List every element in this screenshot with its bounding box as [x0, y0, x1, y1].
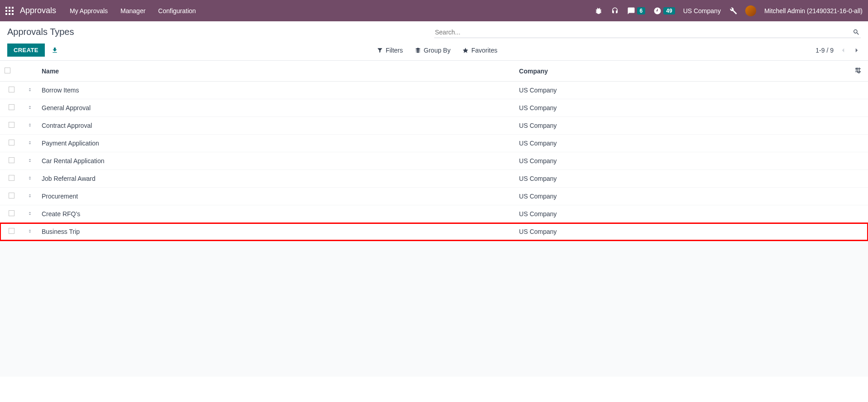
select-all-checkbox[interactable] — [5, 68, 10, 73]
column-name[interactable]: Name — [37, 61, 514, 82]
messages-button[interactable]: 6 — [627, 7, 646, 15]
support-icon[interactable] — [611, 7, 619, 15]
control-panel: Approvals Types CREATE Filters Group By … — [0, 21, 868, 60]
cell-company: US Company — [514, 152, 850, 170]
approvals-table: Name Company Borrow ItemsUS CompanyGener… — [0, 60, 868, 241]
next-icon[interactable] — [853, 46, 861, 54]
layers-icon — [415, 47, 421, 53]
tools-icon[interactable] — [729, 7, 737, 15]
apps-icon[interactable] — [5, 7, 14, 15]
bug-icon[interactable] — [595, 7, 603, 15]
nav-left: Approvals My Approvals Manager Configura… — [5, 6, 196, 15]
row-checkbox[interactable] — [9, 157, 14, 163]
table-row[interactable]: ProcurementUS Company — [0, 188, 868, 205]
pager-text[interactable]: 1-9 / 9 — [815, 47, 834, 54]
row-checkbox[interactable] — [9, 228, 14, 234]
avatar[interactable] — [745, 5, 756, 16]
row-checkbox[interactable] — [9, 104, 14, 110]
table-row[interactable]: General ApprovalUS Company — [0, 99, 868, 117]
cell-name: Contract Approval — [37, 117, 514, 135]
search-input[interactable] — [435, 29, 849, 36]
app-title[interactable]: Approvals — [20, 6, 56, 15]
nav-item-my-approvals[interactable]: My Approvals — [70, 7, 108, 15]
cell-name: General Approval — [37, 99, 514, 117]
pager-group: 1-9 / 9 — [815, 46, 861, 54]
download-icon[interactable] — [51, 47, 58, 54]
search-icon[interactable] — [853, 29, 860, 36]
table-row[interactable]: Payment ApplicationUS Company — [0, 135, 868, 152]
cell-name: Borrow Items — [37, 82, 514, 99]
favorites-button[interactable]: Favorites — [462, 47, 498, 54]
table-row[interactable]: Business TripUS Company — [0, 223, 868, 241]
cell-company: US Company — [514, 205, 850, 223]
cell-name: Procurement — [37, 188, 514, 205]
cell-name: Job Referral Award — [37, 170, 514, 188]
table-row[interactable]: Contract ApprovalUS Company — [0, 117, 868, 135]
cell-company: US Company — [514, 170, 850, 188]
cell-name: Business Trip — [37, 223, 514, 241]
drag-handle-icon[interactable] — [27, 175, 33, 181]
cell-name: Create RFQ's — [37, 205, 514, 223]
cell-company: US Company — [514, 99, 850, 117]
nav-item-manager[interactable]: Manager — [120, 7, 145, 15]
drag-handle-icon[interactable] — [27, 140, 33, 145]
optional-columns-icon[interactable] — [854, 67, 862, 74]
funnel-icon — [377, 47, 383, 53]
empty-area — [0, 241, 868, 377]
create-button[interactable]: CREATE — [7, 44, 45, 57]
nav-right: 6 49 US Company Mitchell Admin (21490321… — [595, 5, 863, 16]
cell-company: US Company — [514, 135, 850, 152]
row-checkbox[interactable] — [9, 210, 14, 216]
drag-handle-icon[interactable] — [27, 158, 33, 163]
table-row[interactable]: Job Referral AwardUS Company — [0, 170, 868, 188]
nav-menu: My Approvals Manager Configuration — [70, 7, 196, 15]
breadcrumb: Approvals Types — [7, 27, 74, 37]
table-row[interactable]: Car Rental ApplicationUS Company — [0, 152, 868, 170]
table-row[interactable]: Create RFQ'sUS Company — [0, 205, 868, 223]
cell-name: Car Rental Application — [37, 152, 514, 170]
drag-handle-icon[interactable] — [27, 193, 33, 199]
groupby-button[interactable]: Group By — [415, 47, 451, 54]
top-nav: Approvals My Approvals Manager Configura… — [0, 0, 868, 21]
messages-icon — [627, 7, 635, 15]
row-checkbox[interactable] — [9, 175, 14, 181]
drag-handle-icon[interactable] — [27, 228, 33, 234]
favorites-label: Favorites — [471, 47, 498, 54]
clock-icon — [653, 7, 662, 15]
prev-icon[interactable] — [839, 46, 847, 54]
filters-label: Filters — [386, 47, 403, 54]
company-switcher[interactable]: US Company — [683, 7, 721, 15]
groupby-label: Group By — [424, 47, 451, 54]
search-box[interactable] — [434, 27, 861, 38]
drag-handle-icon[interactable] — [27, 105, 33, 110]
cell-company: US Company — [514, 188, 850, 205]
filters-button[interactable]: Filters — [377, 47, 403, 54]
drag-handle-icon[interactable] — [27, 122, 33, 128]
messages-badge: 6 — [637, 7, 646, 15]
cell-name: Payment Application — [37, 135, 514, 152]
row-checkbox[interactable] — [9, 122, 14, 128]
cell-company: US Company — [514, 223, 850, 241]
table-row[interactable]: Borrow ItemsUS Company — [0, 82, 868, 99]
activities-button[interactable]: 49 — [653, 7, 675, 15]
row-checkbox[interactable] — [9, 140, 14, 145]
activities-badge: 49 — [663, 7, 675, 15]
nav-item-configuration[interactable]: Configuration — [158, 7, 196, 15]
drag-handle-icon[interactable] — [27, 87, 33, 92]
cell-company: US Company — [514, 117, 850, 135]
search-options: Filters Group By Favorites — [377, 47, 498, 54]
row-checkbox[interactable] — [9, 87, 14, 92]
cell-company: US Company — [514, 82, 850, 99]
drag-handle-icon[interactable] — [27, 211, 33, 216]
star-icon — [462, 47, 469, 53]
user-menu[interactable]: Mitchell Admin (21490321-16-0-all) — [764, 7, 863, 15]
column-company[interactable]: Company — [514, 61, 850, 82]
row-checkbox[interactable] — [9, 193, 14, 199]
